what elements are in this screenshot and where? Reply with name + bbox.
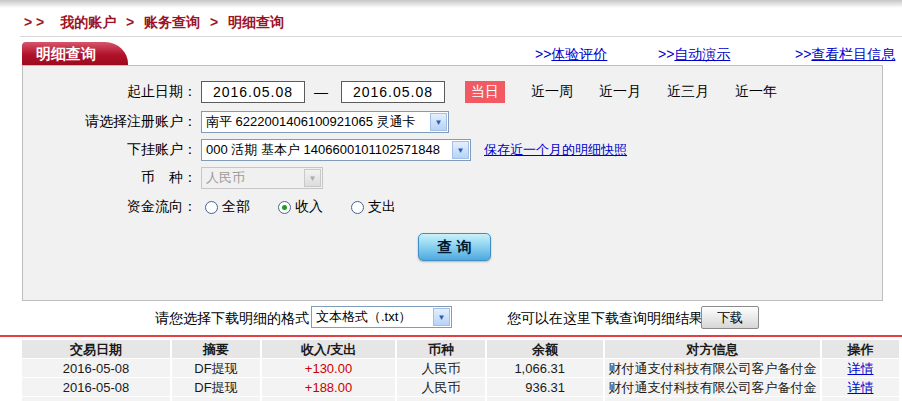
- breadcrumb-prefix: > >: [24, 14, 44, 30]
- cell-counterparty: 财付通支付科技有限公司客户备付金: [605, 359, 822, 377]
- header-summary: 摘要: [172, 340, 262, 358]
- sub-account-label: 下挂账户：: [23, 141, 197, 159]
- tab-detail-query[interactable]: 明细查询: [22, 42, 104, 65]
- date-range-label: 起止日期：: [23, 83, 197, 101]
- header-balance: 余额: [487, 340, 605, 358]
- table-header-row: 交易日期 摘要 收入/支出 币种 余额 对方信息 操作: [22, 340, 899, 359]
- header-currency: 币种: [397, 340, 487, 358]
- register-account-row: 请选择注册账户： 南平 6222001406100921065 灵通卡 ▼: [23, 111, 449, 133]
- currency-row: 币 种： 人民币 ▼: [23, 167, 323, 189]
- save-snapshot-link[interactable]: 保存近一个月的明细快照: [484, 141, 627, 159]
- cell-action: 详情: [822, 359, 899, 377]
- table-row: 2016-05-08 DF提现 +130.00 人民币 1,066.31 财付通…: [22, 359, 899, 378]
- chevron-down-icon[interactable]: ▼: [430, 113, 447, 131]
- header-amount: 收入/支出: [262, 340, 397, 358]
- top-gradient-strip: [0, 0, 902, 8]
- flow-option-income[interactable]: 收入: [278, 198, 323, 216]
- breadcrumb: > > 我的账户 > 账务查询 > 明细查询: [24, 14, 284, 32]
- last-month-filter[interactable]: 近一月: [599, 83, 641, 101]
- cell-counterparty: 财付通支付科技有限公司客户备付金: [605, 378, 822, 396]
- transactions-table: 交易日期 摘要 收入/支出 币种 余额 对方信息 操作 2016-05-08 D…: [22, 340, 899, 401]
- download-format-label: 请您选择下载明细的格式: [155, 310, 309, 328]
- cell-amount: +188.00: [262, 378, 397, 396]
- detail-link[interactable]: 详情: [848, 361, 874, 376]
- page: > > 我的账户 > 账务查询 > 明细查询 明细查询 >>体验评价 >>自动演…: [0, 0, 902, 401]
- breadcrumb-item-detail-query[interactable]: 明细查询: [228, 14, 284, 30]
- table-row-partial: [22, 397, 899, 401]
- currency-label: 币 种：: [23, 169, 197, 187]
- date-range-row: 起止日期： — 当日 近一周 近一月 近三月 近一年: [23, 81, 777, 103]
- cell-date: 2016-05-08: [22, 359, 172, 377]
- sub-account-select[interactable]: 000 活期 基本户 1406600101102571848 ▼: [201, 139, 471, 161]
- breadcrumb-item-my-account[interactable]: 我的账户: [60, 14, 116, 30]
- download-button[interactable]: 下载: [701, 306, 759, 329]
- cell-amount: +130.00: [262, 359, 397, 377]
- query-button[interactable]: 查 询: [418, 233, 491, 261]
- radio-checked-icon[interactable]: [278, 201, 291, 214]
- today-filter-button[interactable]: 当日: [465, 81, 505, 103]
- chevron-down-icon[interactable]: ▼: [433, 308, 450, 326]
- header-date: 交易日期: [22, 340, 172, 358]
- cell-summary: DF提现: [172, 378, 262, 396]
- flow-direction-row: 资金流向： 全部 收入 支出: [23, 196, 396, 218]
- red-separator-line: [0, 335, 902, 337]
- chevron-down-icon: ▼: [304, 169, 321, 187]
- cell-summary: DF提现: [172, 359, 262, 377]
- detail-link[interactable]: 详情: [848, 380, 874, 395]
- chevron-down-icon[interactable]: ▼: [452, 141, 469, 159]
- last-quarter-filter[interactable]: 近三月: [667, 83, 709, 101]
- flow-option-all[interactable]: 全部: [205, 198, 250, 216]
- sub-account-row: 下挂账户： 000 活期 基本户 1406600101102571848 ▼ 保…: [23, 139, 627, 161]
- register-account-select[interactable]: 南平 6222001406100921065 灵通卡 ▼: [201, 111, 449, 133]
- tab-title: 明细查询: [36, 45, 96, 62]
- last-year-filter[interactable]: 近一年: [735, 83, 777, 101]
- flow-option-expense[interactable]: 支出: [351, 198, 396, 216]
- header-action: 操作: [822, 340, 899, 358]
- link-experience-rating[interactable]: >>体验评价: [535, 46, 607, 64]
- cell-balance: 1,066.31: [487, 359, 605, 377]
- cell-date: 2016-05-08: [22, 378, 172, 396]
- cell-currency: 人民币: [397, 378, 487, 396]
- link-auto-demo[interactable]: >>自动演示: [658, 46, 730, 64]
- breadcrumb-separator: >: [126, 14, 134, 30]
- cell-currency: 人民币: [397, 359, 487, 377]
- download-format-select[interactable]: 文本格式（.txt） ▼: [311, 306, 452, 328]
- end-date-input[interactable]: [341, 81, 445, 103]
- divider-line: [20, 36, 902, 37]
- download-hint-text: 您可以在这里下载查询明细结果: [507, 310, 703, 328]
- currency-select-disabled: 人民币 ▼: [201, 167, 323, 189]
- cell-action: 详情: [822, 378, 899, 396]
- last-week-filter[interactable]: 近一周: [531, 83, 573, 101]
- query-form-panel: 起止日期： — 当日 近一周 近一月 近三月 近一年 请选择注册账户： 南平 6…: [22, 65, 883, 301]
- cell-balance: 936.31: [487, 378, 605, 396]
- date-dash: —: [314, 84, 328, 100]
- breadcrumb-item-account-query[interactable]: 账务查询: [144, 14, 200, 30]
- breadcrumb-separator: >: [210, 14, 218, 30]
- radio-unchecked-icon[interactable]: [351, 201, 364, 214]
- start-date-input[interactable]: [201, 81, 305, 103]
- flow-direction-label: 资金流向：: [23, 198, 197, 216]
- radio-unchecked-icon[interactable]: [205, 201, 218, 214]
- link-column-info[interactable]: >>查看栏目信息: [795, 46, 895, 64]
- register-account-label: 请选择注册账户：: [23, 113, 197, 131]
- table-row: 2016-05-08 DF提现 +188.00 人民币 936.31 财付通支付…: [22, 378, 899, 397]
- header-counterparty: 对方信息: [605, 340, 822, 358]
